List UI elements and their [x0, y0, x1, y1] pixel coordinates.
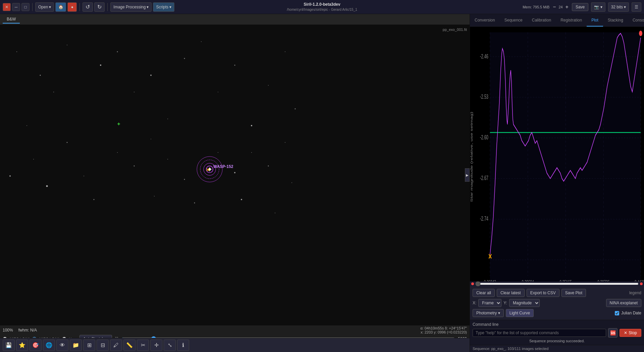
zoom-plus-button[interactable]: + — [565, 4, 569, 10]
redo-button[interactable]: ↻ — [94, 2, 105, 12]
svg-point-7 — [134, 92, 135, 92]
zoom-percent: 100% — [3, 328, 13, 333]
status-row1: 100% fwhm: N/A α: 04h10m55s δ: +24°15'47… — [3, 327, 467, 334]
open-button[interactable]: Open ▾ — [35, 2, 54, 12]
svg-point-34 — [46, 185, 48, 187]
cmd-input-row: 🆘 ✕ Stop — [473, 328, 641, 338]
export-csv-button[interactable]: Export to CSV — [527, 289, 559, 297]
undo-button[interactable]: ↺ — [83, 2, 93, 12]
chevron-down-icon: ▾ — [49, 5, 51, 9]
seq-info: Sequence: pp_exo_, 103/111 images select… — [470, 345, 644, 352]
nina-exoplanet-button[interactable]: NINA exoplanet — [606, 299, 641, 307]
y-label: Y: — [503, 301, 507, 305]
home-button[interactable]: 🏠 — [55, 2, 66, 12]
clear-latest-button[interactable]: Clear latest — [497, 289, 525, 297]
maximize-button[interactable]: □ — [21, 3, 30, 11]
star-canvas[interactable]: × WASP-152 pp_exo_001.fit ▶ — [0, 25, 470, 325]
resize-icon-button[interactable]: ⤡ — [164, 340, 176, 351]
info-icon-button[interactable]: ℹ — [177, 340, 189, 351]
photometry-button[interactable]: Photometry ▾ — [473, 309, 504, 317]
move-icon-button[interactable]: ✛ — [150, 340, 162, 351]
light-curve-button[interactable]: Light Curve — [506, 309, 534, 317]
stop-button[interactable]: ✕ Stop — [620, 329, 641, 337]
save-plot-button[interactable]: Save Plot — [561, 289, 586, 297]
y-dropdown[interactable]: Magnitude — [509, 299, 540, 307]
tab-conversion[interactable]: Conversion — [470, 14, 500, 27]
tab-sequence[interactable]: Sequence — [500, 14, 527, 27]
svg-text:0.39726: 0.39726 — [597, 279, 609, 281]
screenshot-button[interactable]: 📷 ▾ — [591, 2, 605, 12]
eye-icon-button[interactable]: 👁 — [56, 340, 68, 351]
svg-point-38 — [241, 199, 242, 200]
tab-stacking[interactable]: Stacking — [603, 14, 628, 27]
svg-point-13 — [218, 92, 218, 92]
star-icon-button[interactable]: ⭐ — [16, 340, 28, 351]
tab-calibration[interactable]: Calibration — [527, 14, 556, 27]
menu-button[interactable]: ☰ — [632, 2, 641, 12]
collapse-arrow[interactable]: ▶ — [465, 168, 470, 182]
record-button[interactable]: ● — [67, 2, 77, 12]
svg-point-22 — [9, 175, 11, 177]
legend-label[interactable]: legend — [629, 291, 641, 295]
separator — [32, 3, 33, 11]
plot-area[interactable]: -2.46 -2.53 -2.60 -2.67 -2.74 0.26043 0.… — [470, 27, 644, 281]
grid-icon-button[interactable]: ⊟ — [97, 340, 109, 351]
brush-icon-button[interactable]: 🖊 — [110, 340, 122, 351]
x-coord: x: 2203 — [421, 330, 433, 334]
save-button[interactable]: Save — [572, 3, 588, 11]
plot-scroll[interactable] — [475, 283, 639, 285]
cmd-label: Command line — [473, 322, 641, 327]
svg-text:Star magnitude (relative, use : Star magnitude (relative, use setmag) — [470, 112, 473, 202]
svg-point-8 — [26, 125, 27, 126]
clear-all-button[interactable]: Clear all — [473, 289, 495, 297]
scripts-label: Scripts — [156, 5, 168, 9]
tab-registration[interactable]: Registration — [556, 14, 587, 27]
tab-plot[interactable]: Plot — [587, 14, 603, 27]
svg-point-28 — [218, 152, 218, 153]
help-button[interactable]: 🆘 — [608, 328, 618, 338]
svg-text:×: × — [206, 167, 209, 173]
svg-text:0.30604: 0.30604 — [522, 279, 534, 281]
plot-scrollbar[interactable] — [470, 281, 644, 286]
bits-label: 32 bits — [611, 5, 623, 9]
chart-svg: -2.46 -2.53 -2.60 -2.67 -2.74 0.26043 0.… — [470, 27, 644, 281]
bottom-toolbar: 💾 ⭐ 🎯 🌐 👁 📁 ⊞ ⊟ 🖊 📏 ✂ ✛ ⤡ ℹ — [0, 338, 470, 352]
title-center: Siril-1.2.0-beta3dev /home/cyril/Images/… — [287, 2, 357, 12]
bw-tab[interactable]: B&W — [3, 15, 20, 24]
crop-icon-button[interactable]: ✂ — [137, 340, 149, 351]
svg-point-2 — [40, 75, 41, 76]
svg-text:-2.53: -2.53 — [480, 94, 488, 100]
save-icon-button[interactable]: 💾 — [3, 340, 15, 351]
file-path: /home/cyril/Images/siril/epic - Gerard A… — [287, 7, 357, 12]
chevron-down-icon3: ▾ — [169, 5, 171, 9]
svg-text:0.26043: 0.26043 — [484, 279, 496, 281]
separator2 — [79, 3, 80, 11]
svg-point-12 — [201, 41, 202, 42]
svg-point-20 — [67, 142, 68, 143]
app-title: Siril-1.2.0-beta3dev — [287, 2, 357, 7]
svg-point-29 — [234, 172, 235, 173]
right-panel: Conversion Sequence Calibration Registra… — [470, 14, 644, 352]
close-button[interactable]: ✕ — [3, 3, 11, 11]
cmd-input[interactable] — [473, 329, 606, 337]
globe-icon-button[interactable]: 🌐 — [43, 340, 55, 351]
julian-date-checkbox[interactable] — [615, 311, 619, 315]
tab-console[interactable]: Console — [628, 14, 644, 27]
svg-point-30 — [251, 152, 252, 153]
x-dropdown[interactable]: Frame — [478, 299, 501, 307]
svg-point-24 — [134, 166, 135, 167]
scripts-button[interactable]: Scripts ▾ — [153, 2, 174, 12]
image-panel: B&W — [0, 14, 470, 352]
ruler-icon-button[interactable]: 📏 — [123, 340, 136, 351]
layers-icon-button[interactable]: ⊞ — [83, 340, 95, 351]
image-processing-button[interactable]: Image Processing ▾ — [110, 2, 152, 12]
minimize-button[interactable]: ─ — [12, 3, 20, 11]
svg-point-39 — [275, 213, 275, 213]
pixel-val: (=0.023220) — [447, 330, 467, 334]
target-icon-button[interactable]: 🎯 — [30, 340, 42, 351]
folder-icon-button[interactable]: 📁 — [70, 340, 82, 351]
open-label: Open — [38, 5, 48, 9]
zoom-minus-button[interactable]: − — [552, 4, 556, 10]
svg-point-1 — [16, 51, 17, 52]
bits-button[interactable]: 32 bits ▾ — [608, 2, 629, 12]
